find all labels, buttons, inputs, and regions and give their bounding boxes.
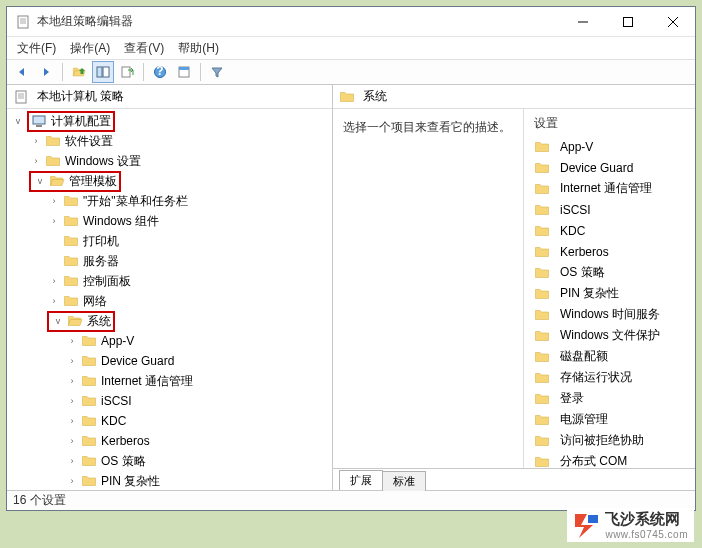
expand-icon[interactable]: v — [51, 314, 65, 328]
tree-system[interactable]: v 系统 — [7, 311, 332, 331]
folder-icon — [534, 454, 550, 469]
expand-icon[interactable]: › — [65, 434, 79, 448]
app-icon — [15, 14, 31, 30]
list-item[interactable]: 电源管理 — [524, 409, 695, 430]
show-hide-tree-button[interactable] — [92, 61, 114, 83]
settings-column-header[interactable]: 设置 — [524, 109, 695, 136]
svg-rect-16 — [179, 67, 189, 70]
maximize-button[interactable] — [605, 7, 650, 36]
folder-icon — [63, 193, 79, 209]
folder-icon — [81, 433, 97, 449]
expand-icon[interactable]: › — [65, 354, 79, 368]
folder-open-icon — [49, 173, 65, 189]
folder-icon — [534, 433, 550, 449]
expand-icon[interactable]: › — [29, 134, 43, 148]
expand-icon[interactable]: › — [65, 334, 79, 348]
tree-admin-templates[interactable]: v 管理模板 — [7, 171, 332, 191]
main-window: 本地组策略编辑器 文件(F) 操作(A) 查看(V) 帮助(H) ? 本地计算机… — [6, 6, 696, 511]
folder-icon — [534, 412, 550, 428]
expand-icon[interactable]: › — [47, 294, 61, 308]
expand-icon[interactable]: › — [65, 474, 79, 488]
tree-control-panel[interactable]: › 控制面板 — [7, 271, 332, 291]
folder-icon — [63, 293, 79, 309]
filter-button[interactable] — [206, 61, 228, 83]
tree-system-child[interactable]: ›PIN 复杂性 — [7, 471, 332, 490]
svg-text:?: ? — [156, 65, 163, 78]
watermark: 飞沙系统网 www.fs0745.com — [567, 508, 694, 542]
tree-system-child[interactable]: ›App-V — [7, 331, 332, 351]
tree-system-child[interactable]: ›iSCSI — [7, 391, 332, 411]
expand-icon[interactable]: › — [65, 454, 79, 468]
menu-file[interactable]: 文件(F) — [17, 40, 56, 57]
expand-icon[interactable]: › — [65, 394, 79, 408]
content-area: 本地计算机 策略 v 计算机配置 › 软件设置 › — [7, 85, 695, 490]
menu-help[interactable]: 帮助(H) — [178, 40, 219, 57]
folder-icon — [534, 265, 550, 281]
help-button[interactable]: ? — [149, 61, 171, 83]
minimize-button[interactable] — [560, 7, 605, 36]
list-item[interactable]: PIN 复杂性 — [524, 283, 695, 304]
list-item[interactable]: KDC — [524, 220, 695, 241]
forward-button[interactable] — [35, 61, 57, 83]
tree-windows-settings[interactable]: › Windows 设置 — [7, 151, 332, 171]
menu-view[interactable]: 查看(V) — [124, 40, 164, 57]
folder-icon — [534, 202, 550, 218]
tree-printer[interactable]: 打印机 — [7, 231, 332, 251]
folder-icon — [63, 253, 79, 269]
tree-win-components[interactable]: › Windows 组件 — [7, 211, 332, 231]
tree-system-child[interactable]: ›Internet 通信管理 — [7, 371, 332, 391]
close-button[interactable] — [650, 7, 695, 36]
expand-icon[interactable]: › — [29, 154, 43, 168]
tree-server[interactable]: 服务器 — [7, 251, 332, 271]
menu-action[interactable]: 操作(A) — [70, 40, 110, 57]
folder-icon — [81, 333, 97, 349]
back-button[interactable] — [11, 61, 33, 83]
menubar: 文件(F) 操作(A) 查看(V) 帮助(H) — [7, 37, 695, 59]
tree-network[interactable]: › 网络 — [7, 291, 332, 311]
expand-icon[interactable]: › — [47, 214, 61, 228]
tab-standard[interactable]: 标准 — [382, 471, 426, 491]
tab-extended[interactable]: 扩展 — [339, 470, 383, 490]
tree-startmenu[interactable]: › "开始"菜单和任务栏 — [7, 191, 332, 211]
list-item[interactable]: OS 策略 — [524, 262, 695, 283]
expand-icon[interactable]: › — [65, 374, 79, 388]
list-item[interactable]: 访问被拒绝协助 — [524, 430, 695, 451]
svg-rect-11 — [103, 67, 109, 77]
tree-system-child[interactable]: ›KDC — [7, 411, 332, 431]
folder-icon — [339, 89, 355, 105]
list-item[interactable]: Windows 文件保护 — [524, 325, 695, 346]
right-pane-header: 系统 — [333, 85, 695, 109]
list-item[interactable]: Windows 时间服务 — [524, 304, 695, 325]
tree-system-child[interactable]: ›Device Guard — [7, 351, 332, 371]
list-item[interactable]: Kerberos — [524, 241, 695, 262]
expand-icon[interactable]: v — [33, 174, 47, 188]
list-item[interactable]: iSCSI — [524, 199, 695, 220]
tree-system-child[interactable]: ›OS 策略 — [7, 451, 332, 471]
expand-icon[interactable]: › — [47, 274, 61, 288]
tree-view[interactable]: v 计算机配置 › 软件设置 › Windows 设置 — [7, 109, 332, 490]
tree-system-child[interactable]: ›Kerberos — [7, 431, 332, 451]
folder-icon — [534, 160, 550, 176]
list-item[interactable]: App-V — [524, 136, 695, 157]
list-item[interactable]: Device Guard — [524, 157, 695, 178]
tree-computer-config[interactable]: v 计算机配置 — [7, 111, 332, 131]
list-item[interactable]: 磁盘配额 — [524, 346, 695, 367]
folder-icon — [81, 473, 97, 489]
list-item[interactable]: Internet 通信管理 — [524, 178, 695, 199]
toolbar: ? — [7, 59, 695, 85]
left-pane: 本地计算机 策略 v 计算机配置 › 软件设置 › — [7, 85, 333, 490]
list-item[interactable]: 存储运行状况 — [524, 367, 695, 388]
expand-icon[interactable]: › — [47, 194, 61, 208]
properties-button[interactable] — [173, 61, 195, 83]
up-button[interactable] — [68, 61, 90, 83]
expand-icon[interactable]: v — [11, 114, 25, 128]
list-item[interactable]: 登录 — [524, 388, 695, 409]
expand-icon[interactable]: › — [65, 414, 79, 428]
tree-software-settings[interactable]: › 软件设置 — [7, 131, 332, 151]
export-button[interactable] — [116, 61, 138, 83]
right-header-label: 系统 — [363, 88, 387, 105]
folder-icon — [534, 307, 550, 323]
folder-icon — [534, 181, 550, 197]
list-item[interactable]: 分布式 COM — [524, 451, 695, 468]
folder-icon — [63, 213, 79, 229]
